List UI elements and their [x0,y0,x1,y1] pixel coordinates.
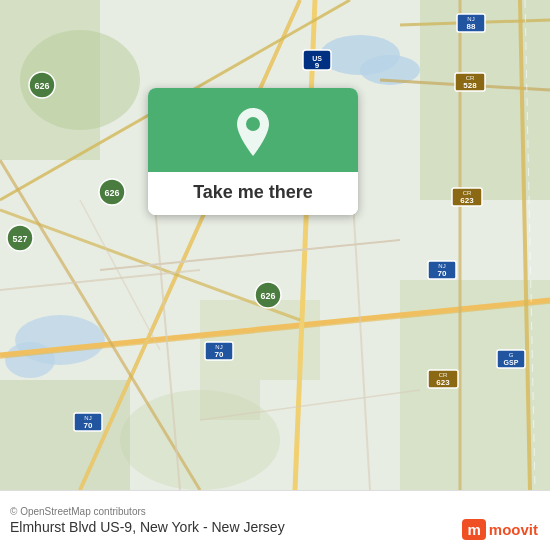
moovit-logo: m moovit [462,519,538,540]
svg-text:626: 626 [34,81,49,91]
bottom-bar: © OpenStreetMap contributors Elmhurst Bl… [0,490,550,550]
svg-point-66 [246,117,260,131]
svg-text:623: 623 [436,378,450,387]
svg-text:626: 626 [104,188,119,198]
svg-text:527: 527 [12,234,27,244]
location-name: Elmhurst Blvd US-9, New York - New Jerse… [10,519,540,535]
svg-text:9: 9 [315,61,320,70]
svg-text:528: 528 [463,81,477,90]
svg-text:88: 88 [467,22,476,31]
map-container: 626 626 626 US 9 527 NJ 88 CR 528 CR 623… [0,0,550,490]
svg-text:G: G [509,352,514,358]
svg-point-4 [5,342,55,378]
copyright-text: © OpenStreetMap contributors [10,506,540,517]
take-me-there-button[interactable]: Take me there [148,172,358,215]
svg-text:623: 623 [460,196,474,205]
svg-rect-12 [200,380,260,420]
take-me-there-card: Take me there [148,88,358,215]
svg-text:70: 70 [438,269,447,278]
location-pin-icon [231,106,275,158]
svg-text:GSP: GSP [504,359,519,366]
svg-rect-10 [0,380,130,490]
moovit-text: moovit [489,521,538,538]
card-green-section [148,88,358,172]
svg-text:626: 626 [260,291,275,301]
svg-text:70: 70 [215,350,224,359]
svg-text:70: 70 [84,421,93,430]
moovit-icon: m [462,519,485,540]
